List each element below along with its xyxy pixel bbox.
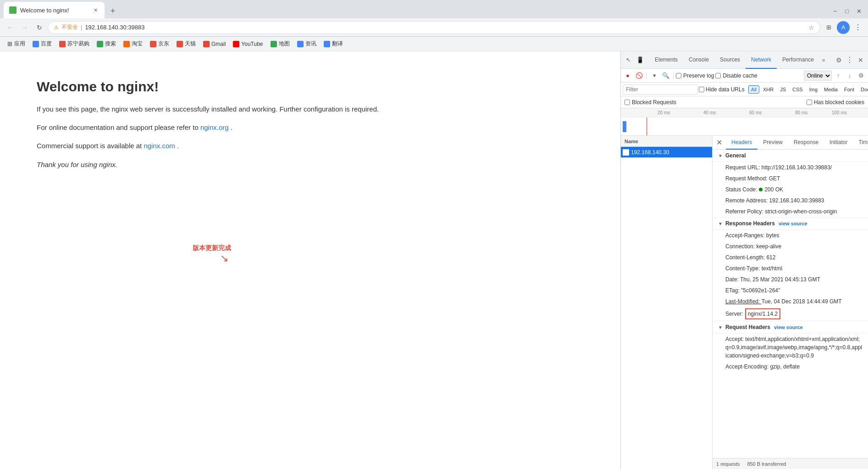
search-bk-icon bbox=[97, 41, 103, 47]
referrer-policy-row: Referrer Policy: strict-origin-when-cros… bbox=[713, 206, 868, 217]
bookmark-gmail[interactable]: Gmail bbox=[199, 40, 229, 48]
request-header-fields: Accept: text/html,application/xhtml+xml,… bbox=[713, 334, 868, 372]
filter-font[interactable]: Font bbox=[841, 85, 857, 94]
detail-tab-initiator[interactable]: Initiator bbox=[824, 136, 853, 150]
tab-console[interactable]: Console bbox=[683, 51, 714, 69]
preserve-log-checkbox[interactable]: Preserve log bbox=[676, 73, 714, 79]
bookmark-baidu[interactable]: 百度 bbox=[29, 39, 55, 49]
page-paragraph3: Commercial support is available at nginx… bbox=[37, 140, 584, 151]
tab-favicon bbox=[9, 6, 17, 14]
network-detail: ✕ Headers Preview Response Initiator Tim… bbox=[713, 136, 868, 469]
menu-button[interactable]: ⋮ bbox=[851, 21, 864, 34]
throttle-select[interactable]: Online bbox=[804, 71, 832, 81]
filter-xhr[interactable]: XHR bbox=[760, 85, 776, 94]
bookmark-suning[interactable]: 苏宁易购 bbox=[55, 39, 93, 49]
apps-icon: ⊞ bbox=[7, 40, 12, 47]
view-source-request[interactable]: view source bbox=[774, 324, 803, 330]
general-section-header[interactable]: ▼ General bbox=[713, 150, 868, 162]
detail-tab-timing[interactable]: Timing bbox=[853, 136, 868, 150]
bookmark-news[interactable]: 资讯 bbox=[293, 39, 320, 49]
taobao-icon bbox=[123, 41, 130, 47]
record-button[interactable]: ● bbox=[623, 71, 633, 81]
etag-row: ETag: "5c0692e1-264" bbox=[713, 285, 868, 296]
page-paragraph2: For online documentation and support ple… bbox=[37, 122, 584, 133]
filter-img[interactable]: Img bbox=[807, 85, 820, 94]
back-button[interactable]: ← bbox=[4, 21, 17, 34]
blocked-requests-checkbox[interactable]: Blocked Requests bbox=[625, 99, 676, 106]
close-tab-icon[interactable]: ✕ bbox=[92, 6, 99, 14]
export-button[interactable]: ↓ bbox=[845, 71, 855, 81]
timeline-mark-100: 100 ms bbox=[832, 110, 847, 115]
detail-close-button[interactable]: ✕ bbox=[713, 136, 726, 150]
tab-network[interactable]: Network bbox=[746, 51, 777, 69]
last-modified-row: Last-Modified: Tue, 04 Dec 2018 14:44:49… bbox=[713, 296, 868, 307]
new-tab-button[interactable]: + bbox=[106, 5, 119, 17]
detail-tab-response[interactable]: Response bbox=[788, 136, 824, 150]
reload-button[interactable]: ↻ bbox=[33, 21, 46, 34]
date-row: Date: Thu, 25 Mar 2021 04:45:13 GMT bbox=[713, 274, 868, 285]
address-bar[interactable]: ⚠ 不安全 | 192.168.140.30:39883 ☆ bbox=[48, 21, 820, 34]
filter-doc[interactable]: Doc bbox=[858, 85, 868, 94]
browser-tab[interactable]: Welcome to nginx! ✕ bbox=[4, 2, 105, 18]
view-source-response[interactable]: view source bbox=[779, 221, 807, 226]
bookmark-apps[interactable]: ⊞ 应用 bbox=[4, 39, 29, 49]
request-headers-section-header[interactable]: ▼ Request Headers view source bbox=[713, 321, 868, 334]
content-type-row: Content-Type: text/html bbox=[713, 263, 868, 274]
bookmark-taobao[interactable]: 淘宝 bbox=[120, 39, 146, 49]
request-row[interactable]: 192.168.140.30 bbox=[621, 147, 712, 158]
hide-data-urls-checkbox[interactable]: Hide data URLs bbox=[699, 86, 745, 93]
disable-cache-checkbox[interactable]: Disable cache bbox=[715, 73, 757, 79]
address-separator: | bbox=[81, 24, 82, 31]
forward-button[interactable]: → bbox=[18, 21, 31, 34]
version-update-annotation: 版本更新完成 bbox=[193, 244, 231, 252]
name-column-header: Name bbox=[621, 139, 642, 144]
address-text: 192.168.140.30:39883 bbox=[85, 24, 806, 31]
tab-overflow[interactable]: » bbox=[819, 51, 828, 69]
transferred-amount: 850 B transferred bbox=[747, 461, 786, 467]
detail-tab-preview[interactable]: Preview bbox=[757, 136, 788, 150]
filter-css[interactable]: CSS bbox=[790, 85, 806, 94]
close-window-button[interactable]: ✕ bbox=[853, 6, 864, 17]
tab-sources[interactable]: Sources bbox=[714, 51, 746, 69]
devtools-mobile-icon[interactable]: 📱 bbox=[635, 55, 646, 66]
nginx-com-link[interactable]: nginx.com bbox=[144, 142, 175, 150]
devtools-close-icon[interactable]: ✕ bbox=[855, 55, 866, 66]
maximize-button[interactable]: □ bbox=[841, 6, 852, 17]
devtools-panel: ↖ 📱 Elements Console Sources Network Per… bbox=[620, 51, 868, 469]
tab-elements[interactable]: Elements bbox=[649, 51, 683, 69]
import-button[interactable]: ↑ bbox=[833, 71, 843, 81]
nginx-org-link[interactable]: nginx.org bbox=[200, 123, 229, 131]
clear-button[interactable]: 🚫 bbox=[634, 71, 644, 81]
bookmark-tianmao[interactable]: 天猫 bbox=[173, 39, 199, 49]
devtools-more-icon[interactable]: ⋮ bbox=[844, 55, 855, 66]
filter-js[interactable]: JS bbox=[777, 85, 789, 94]
bookmark-search[interactable]: 搜索 bbox=[93, 39, 120, 49]
devtools-cursor-icon[interactable]: ↖ bbox=[623, 55, 634, 66]
extensions-button[interactable]: ⊞ bbox=[822, 21, 835, 34]
filter-all[interactable]: All bbox=[748, 85, 759, 94]
minimize-button[interactable]: − bbox=[829, 6, 840, 17]
bookmark-youtube[interactable]: YouTube bbox=[229, 40, 266, 48]
bookmark-maps[interactable]: 地图 bbox=[267, 39, 293, 49]
filter-media[interactable]: Media bbox=[821, 85, 840, 94]
network-settings-icon[interactable]: ⚙ bbox=[856, 71, 866, 81]
content-length-row: Content-Length: 612 bbox=[713, 252, 868, 263]
search-icon[interactable]: 🔍 bbox=[661, 71, 671, 81]
page-title: Welcome to nginx! bbox=[37, 79, 584, 95]
request-name: 192.168.140.30 bbox=[631, 149, 669, 156]
jd-icon bbox=[150, 41, 156, 47]
has-blocked-cookies-checkbox[interactable]: Has blocked cookies bbox=[807, 99, 864, 106]
connection-row: Connection: keep-alive bbox=[713, 241, 868, 252]
devtools-settings-icon[interactable]: ⚙ bbox=[833, 55, 844, 66]
filter-input[interactable] bbox=[623, 84, 698, 95]
tab-performance[interactable]: Performance bbox=[777, 51, 819, 69]
detail-tab-headers[interactable]: Headers bbox=[726, 136, 757, 150]
bookmark-jd[interactable]: 京东 bbox=[146, 39, 173, 49]
response-headers-section-header[interactable]: ▼ Response Headers view source bbox=[713, 217, 868, 230]
star-icon[interactable]: ☆ bbox=[808, 24, 814, 31]
request-url-row: Request URL: http://192.168.140.30:39883… bbox=[713, 162, 868, 173]
profile-button[interactable]: A bbox=[837, 21, 850, 34]
server-row: Server: nginx/1.14.2 bbox=[713, 307, 868, 321]
bookmark-translate[interactable]: 翻译 bbox=[320, 39, 347, 49]
filter-icon[interactable]: ▾ bbox=[649, 71, 659, 81]
